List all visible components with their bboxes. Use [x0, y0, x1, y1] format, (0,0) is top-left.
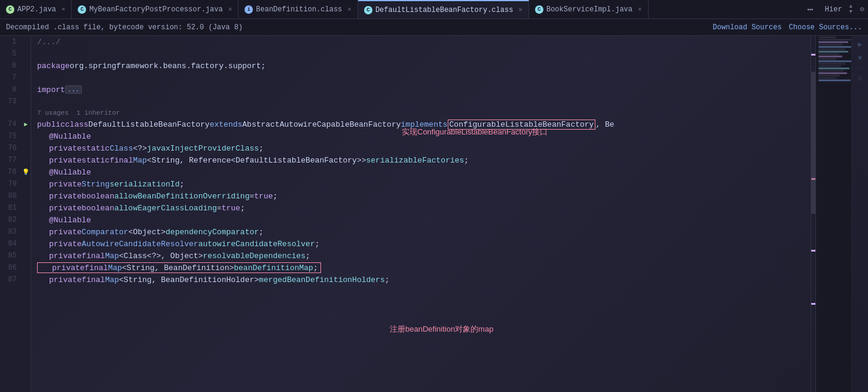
tab-hier[interactable]: Hier — [819, 5, 848, 14]
gutter-row-86: 86 — [0, 262, 30, 274]
tab-icon-bookservice: C — [535, 5, 543, 14]
decompiled-info: Decompiled .class file, bytecode version… — [6, 23, 243, 32]
code-line-79: private String serializationId ; — [37, 178, 811, 190]
tab-close-defaultlistable[interactable]: × — [518, 7, 522, 14]
tab-icon-beandefinition: i — [244, 5, 253, 14]
minimap-line-8 — [818, 53, 839, 55]
lightbulb-icon[interactable]: 💡 — [22, 169, 29, 176]
code-line-77: private static final Map <String, Refere… — [37, 154, 811, 166]
gutter-row-73: 73 — [0, 96, 30, 108]
tab-mybeanfactory[interactable]: C MyBeanFactoryPostProcessor.java × — [72, 0, 239, 19]
tab-icon-app2: C — [6, 5, 14, 14]
minimap-line-15 — [818, 70, 843, 72]
tab-close-bookservice[interactable]: × — [638, 6, 642, 13]
code-line-78: @Nullable — [37, 166, 811, 178]
minimap-line-19 — [818, 79, 851, 81]
gutter-row-74: 74 ▶ — [0, 118, 30, 130]
type-string-79: String — [82, 180, 110, 189]
gutter-row-8: 8 — [0, 84, 30, 96]
tab-bookservice[interactable]: C BookServiceImpl.java × — [529, 0, 649, 19]
download-sources-link[interactable]: Download Sources — [713, 23, 781, 32]
tab-close-beandefinition[interactable]: × — [347, 6, 352, 13]
line-number-77: 77 — [0, 156, 22, 164]
field-85: resolvableDependencies — [203, 252, 305, 261]
tab-beandefinition[interactable]: i BeanDefinition.class × — [239, 0, 358, 19]
superclass-74: AbstractAutowireCapableBeanFactory — [242, 120, 401, 129]
tab-label-mybeanfactory: MyBeanFactoryPostProcessor.java — [89, 5, 222, 14]
gutter-row-usages — [0, 108, 30, 118]
code-line-81: private boolean allowEagerClassLoading =… — [37, 202, 811, 214]
field-81: allowEagerClassLoading — [114, 204, 217, 213]
code-line-8: import ... — [37, 84, 811, 96]
line-number-73: 73 — [0, 97, 21, 106]
kw-final-77: final — [109, 156, 133, 165]
minimap-line-1 — [818, 36, 836, 38]
field-86: beanDefinitionMap — [234, 264, 313, 272]
minimap-line-5 — [818, 46, 851, 48]
val-true-80: true — [254, 192, 273, 201]
chevron-down-icon[interactable]: ▼ — [849, 10, 852, 15]
code-line-73 — [37, 96, 811, 108]
gutter-row-87: 87 — [0, 274, 30, 286]
tab-overflow-button[interactable]: ⋯ — [801, 4, 819, 16]
tab-nav-arrows: ▲ ▼ — [848, 4, 854, 15]
cn-annotation-beanmap: 注册beanDefinition对象的map — [390, 324, 493, 335]
generic-83: <Object> — [129, 228, 166, 237]
kw-private-81: private — [49, 204, 82, 213]
field-83: dependencyComparator — [166, 228, 259, 237]
minimap-line-13 — [818, 65, 841, 67]
settings-icon[interactable]: ⚙ — [856, 5, 868, 14]
gutter-row-78: 78 💡 — [0, 166, 30, 178]
kw-private-76: private — [49, 144, 82, 153]
debug-arrow-icon: ▶ — [24, 121, 27, 128]
field-84: autowireCandidateResolver — [198, 240, 315, 249]
choose-sources-link[interactable]: Choose Sources... — [789, 23, 862, 32]
line-number-80: 80 — [0, 192, 22, 200]
type-comparator-83: Comparator — [82, 228, 129, 237]
line-number-7: 7 — [0, 74, 21, 82]
kw-static-76: static — [82, 144, 110, 153]
tab-defaultlistable[interactable]: C DefaultListableBeanFactory.class × — [358, 0, 529, 19]
gutter-row-81: 81 — [0, 202, 30, 214]
semi-83: ; — [259, 228, 264, 237]
classname-74: DefaultListableBeanFactory — [88, 120, 210, 129]
gutter-row-5: 5 — [0, 48, 30, 60]
tab-app2[interactable]: C APP2.java × — [0, 0, 72, 19]
line-number-85: 85 — [0, 252, 22, 260]
annotation-nullable-75: @Nullable — [49, 132, 91, 141]
kw-class-74: class — [65, 120, 88, 129]
minimap — [815, 36, 851, 392]
editor-scrollbar[interactable] — [811, 36, 815, 392]
minimap-line-7 — [818, 51, 848, 53]
code-editor[interactable]: 实现ConfigurableListableBeanFactory接口 注册be… — [31, 36, 811, 392]
gutter-row-82: 82 — [0, 214, 30, 226]
type-84: AutowireCandidateResolver — [82, 240, 198, 249]
import-fold-button[interactable]: ... — [65, 85, 82, 94]
code-line-87: private final Map <String, BeanDefinitio… — [37, 274, 811, 286]
field-77: serializableFactories — [366, 156, 464, 165]
type-map-87: Map — [105, 275, 119, 284]
line-number-8: 8 — [0, 85, 21, 94]
kw-final-86: final — [85, 264, 108, 272]
minimap-line-2 — [818, 39, 851, 41]
kw-private-87: private — [49, 275, 82, 284]
gutter-row-77: 77 — [0, 154, 30, 166]
line-indicator-78[interactable]: 💡 — [21, 169, 30, 176]
assign-80: = — [249, 192, 254, 201]
field-76: javaxInjectProviderClass — [147, 144, 259, 153]
tab-close-mybeanfactory[interactable]: × — [228, 6, 233, 13]
info-bar-actions: Download Sources Choose Sources... — [713, 23, 862, 32]
code-line-76: private static Class <?> javaxInjectProv… — [37, 142, 811, 154]
annotation-nullable-82: @Nullable — [49, 216, 91, 225]
minimap-line-11 — [818, 60, 851, 62]
type-class-76: Class — [109, 144, 133, 153]
gutter-row-75: 75 — [0, 130, 30, 142]
field-87: mergedBeanDefinitionHolders — [259, 275, 385, 284]
gutter-row-79: 79 — [0, 178, 30, 190]
tab-close-app2[interactable]: × — [62, 6, 66, 13]
minimap-line-12 — [818, 63, 845, 65]
kw-private-84: private — [49, 240, 82, 249]
comma-74: , Be — [595, 120, 614, 129]
code-line-84: private AutowireCandidateResolver autowi… — [37, 238, 811, 250]
minimap-line-6 — [818, 48, 845, 50]
